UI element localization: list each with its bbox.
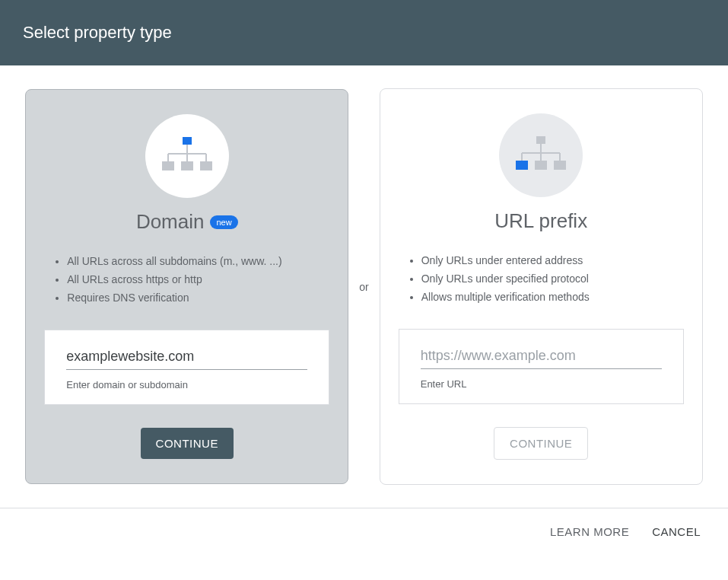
svg-rect-15 bbox=[516, 161, 528, 170]
url-prefix-card[interactable]: URL prefix Only URLs under entered addre… bbox=[380, 88, 703, 485]
domain-input-hint: Enter domain or subdomain bbox=[66, 379, 307, 390]
url-prefix-icon-circle bbox=[499, 113, 583, 197]
url-prefix-bullet-item: Allows multiple verification methods bbox=[421, 288, 684, 306]
or-divider: or bbox=[359, 281, 368, 293]
modal-footer: LEARN MORE CANCEL bbox=[0, 508, 728, 555]
url-prefix-input-hint: Enter URL bbox=[421, 378, 662, 390]
domain-continue-button[interactable]: CONTINUE bbox=[141, 428, 234, 459]
modal-title: Select property type bbox=[23, 23, 172, 43]
url-prefix-continue-button[interactable]: CONTINUE bbox=[494, 427, 588, 460]
domain-bullets: All URLs across all subdomains (m., www.… bbox=[44, 252, 329, 307]
svg-rect-8 bbox=[200, 161, 212, 170]
domain-icon-circle bbox=[145, 114, 229, 198]
url-prefix-input-box: Enter URL bbox=[399, 329, 684, 404]
domain-bullet-item: All URLs across https or http bbox=[67, 270, 329, 288]
svg-rect-6 bbox=[162, 161, 174, 170]
domain-card[interactable]: Domain new All URLs across all subdomain… bbox=[25, 89, 348, 484]
domain-card-title: Domain bbox=[136, 210, 205, 234]
svg-rect-9 bbox=[536, 136, 545, 144]
url-prefix-bullet-item: Only URLs under specified protocol bbox=[421, 269, 684, 288]
svg-rect-17 bbox=[554, 161, 566, 170]
modal-content: Domain new All URLs across all subdomain… bbox=[0, 65, 728, 485]
domain-input-box: Enter domain or subdomain bbox=[44, 330, 329, 405]
new-badge: new bbox=[210, 215, 237, 229]
domain-card-title-row: Domain new bbox=[136, 210, 238, 234]
domain-bullet-item: All URLs across all subdomains (m., www.… bbox=[67, 252, 329, 270]
modal-header: Select property type bbox=[0, 0, 728, 65]
url-prefix-card-title-row: URL prefix bbox=[494, 209, 587, 233]
svg-rect-0 bbox=[183, 137, 192, 145]
domain-bullet-item: Requires DNS verification bbox=[67, 288, 329, 307]
svg-rect-7 bbox=[181, 161, 193, 170]
url-prefix-input[interactable] bbox=[421, 343, 662, 369]
sitemap-url-prefix-icon bbox=[514, 136, 567, 174]
sitemap-domain-icon bbox=[161, 137, 214, 175]
url-prefix-card-title: URL prefix bbox=[494, 209, 587, 233]
url-prefix-bullets: Only URLs under entered address Only URL… bbox=[399, 251, 684, 306]
url-prefix-bullet-item: Only URLs under entered address bbox=[421, 251, 684, 269]
domain-input[interactable] bbox=[66, 344, 307, 370]
learn-more-button[interactable]: LEARN MORE bbox=[550, 525, 629, 538]
cancel-button[interactable]: CANCEL bbox=[652, 525, 701, 538]
svg-rect-16 bbox=[535, 161, 547, 170]
